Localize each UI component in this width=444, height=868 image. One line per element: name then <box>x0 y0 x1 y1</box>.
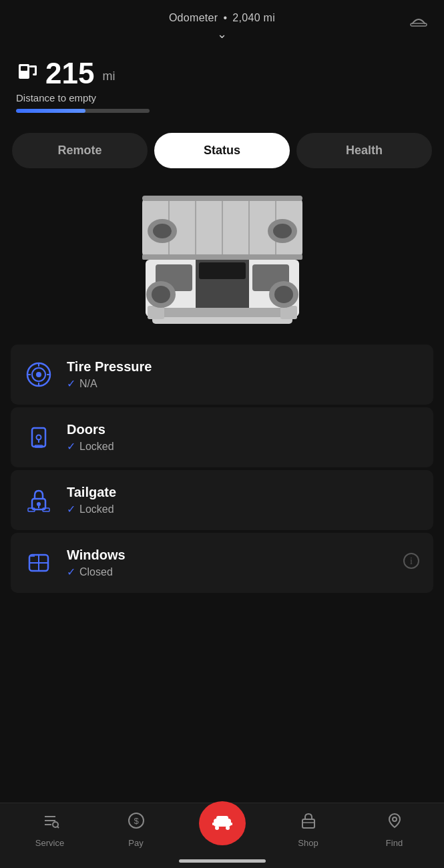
fuel-row: 215 mi <box>16 59 428 88</box>
odometer-value: 2,040 mi <box>232 12 275 24</box>
vehicle-image-area <box>0 178 444 345</box>
status-item-tailgate[interactable]: Tailgate ✓ Locked <box>11 470 433 530</box>
svg-point-43 <box>37 502 41 506</box>
tire-pressure-icon <box>24 360 53 389</box>
svg-rect-38 <box>32 428 45 447</box>
svg-rect-64 <box>230 823 232 825</box>
tire-check-icon: ✓ <box>67 377 75 390</box>
tailgate-title: Tailgate <box>67 485 420 500</box>
fuel-progress-fill <box>16 109 85 113</box>
svg-rect-19 <box>162 308 282 317</box>
service-label: Service <box>35 838 64 848</box>
chevron-down-icon[interactable]: ⌄ <box>217 27 227 41</box>
windows-value: ✓ Closed <box>67 566 420 578</box>
status-item-windows[interactable]: Windows ✓ Closed i <box>11 533 433 593</box>
svg-rect-2 <box>21 66 27 71</box>
svg-point-67 <box>393 817 397 821</box>
doors-info: Doors ✓ Locked <box>67 422 420 453</box>
windows-title: Windows <box>67 548 420 563</box>
windows-info-icon[interactable]: i <box>403 552 420 574</box>
status-item-tire-pressure[interactable]: Tire Pressure ✓ N/A <box>11 345 433 405</box>
nav-service[interactable]: Service <box>27 811 73 848</box>
windows-check-icon: ✓ <box>67 566 75 578</box>
nav-shop[interactable]: Shop <box>285 811 332 848</box>
svg-rect-4 <box>35 65 37 75</box>
pay-label: Pay <box>128 838 143 848</box>
distance-to-empty-label: Distance to empty <box>16 92 428 103</box>
fuel-section: 215 mi Distance to empty <box>0 48 444 126</box>
doors-check-icon: ✓ <box>67 440 75 453</box>
shop-icon <box>299 811 318 834</box>
svg-rect-65 <box>302 819 314 828</box>
service-icon <box>41 811 59 834</box>
svg-rect-12 <box>142 254 302 260</box>
odometer-label: Odometer <box>169 12 218 24</box>
svg-rect-30 <box>142 196 302 201</box>
car-center-icon <box>211 813 234 833</box>
fuel-pump-icon <box>16 60 39 87</box>
tabs-row: Remote Status Health <box>0 126 444 178</box>
fuel-progress-bar <box>16 109 150 113</box>
svg-point-33 <box>36 372 41 377</box>
svg-text:i: i <box>410 556 413 566</box>
top-bar: Odometer • 2,040 mi ⌄ <box>0 0 444 48</box>
svg-rect-17 <box>199 262 246 279</box>
svg-text:$: $ <box>134 816 139 826</box>
windows-icon <box>24 548 53 578</box>
doors-title: Doors <box>67 422 420 437</box>
pay-icon: $ <box>127 811 146 834</box>
home-indicator <box>179 859 266 863</box>
tailgate-value: ✓ Locked <box>67 503 420 515</box>
tailgate-check-icon: ✓ <box>67 503 75 515</box>
tire-pressure-title: Tire Pressure <box>67 359 420 375</box>
svg-point-61 <box>215 826 219 830</box>
tailgate-icon <box>24 485 53 515</box>
tire-pressure-value: ✓ N/A <box>67 377 420 390</box>
odometer-bullet: • <box>223 12 227 24</box>
svg-point-27 <box>152 286 170 303</box>
tab-status[interactable]: Status <box>154 133 290 168</box>
svg-point-29 <box>274 286 293 303</box>
fuel-unit: mi <box>102 69 115 83</box>
windows-info: Windows ✓ Closed <box>67 548 420 578</box>
svg-rect-63 <box>212 823 215 825</box>
doors-icon <box>24 423 53 452</box>
svg-rect-5 <box>33 73 37 75</box>
tailgate-info: Tailgate ✓ Locked <box>67 485 420 515</box>
svg-rect-21 <box>280 306 297 319</box>
status-item-doors[interactable]: Doors ✓ Locked <box>11 407 433 467</box>
status-list: Tire Pressure ✓ N/A Doors ✓ Locked <box>0 345 444 593</box>
shop-label: Shop <box>298 838 318 848</box>
svg-rect-0 <box>411 23 427 26</box>
fuel-miles: 215 <box>45 59 94 88</box>
nav-car-center[interactable] <box>199 801 246 845</box>
svg-point-23 <box>153 224 172 238</box>
svg-point-39 <box>37 435 41 440</box>
find-icon <box>385 811 404 834</box>
find-label: Find <box>386 838 403 848</box>
doors-value: ✓ Locked <box>67 440 420 453</box>
bottom-nav: Service $ Pay <box>0 803 444 868</box>
nav-pay[interactable]: $ Pay <box>113 811 160 848</box>
svg-rect-20 <box>148 306 164 319</box>
svg-point-62 <box>226 826 230 830</box>
profile-icon[interactable] <box>409 12 428 31</box>
tab-health[interactable]: Health <box>296 133 432 168</box>
tab-remote[interactable]: Remote <box>12 133 148 168</box>
odometer-row: Odometer • 2,040 mi <box>169 12 275 24</box>
svg-line-56 <box>57 827 58 828</box>
svg-point-25 <box>273 224 292 238</box>
tire-pressure-info: Tire Pressure ✓ N/A <box>67 359 420 390</box>
nav-find[interactable]: Find <box>371 811 418 848</box>
truck-top-view <box>102 191 343 324</box>
svg-rect-60 <box>216 816 228 821</box>
